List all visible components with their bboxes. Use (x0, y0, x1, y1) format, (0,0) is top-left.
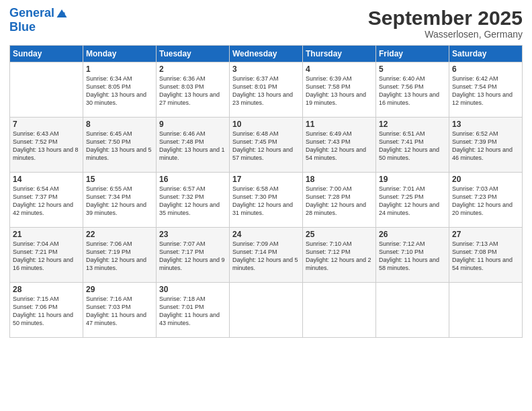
month-title: September 2025 (368, 7, 523, 29)
day-number: 20 (452, 175, 519, 184)
calendar-cell: 2Sunrise: 6:36 AMSunset: 8:03 PMDaylight… (157, 62, 230, 118)
cell-content: Sunrise: 6:51 AMSunset: 7:41 PMDaylight:… (379, 130, 446, 163)
day-number: 9 (159, 120, 226, 129)
calendar-cell: 14Sunrise: 6:54 AMSunset: 7:37 PMDayligh… (10, 173, 83, 228)
calendar-cell: 11Sunrise: 6:49 AMSunset: 7:43 PMDayligh… (303, 118, 376, 173)
day-number: 5 (379, 64, 446, 74)
cell-content: Sunrise: 6:37 AMSunset: 8:01 PMDaylight:… (232, 75, 300, 107)
day-number: 27 (452, 230, 519, 239)
day-number: 12 (379, 120, 446, 129)
cell-content: Sunrise: 6:46 AMSunset: 7:48 PMDaylight:… (159, 130, 226, 163)
calendar-cell (376, 283, 449, 338)
header-cell-monday: Monday (83, 46, 157, 62)
cell-content: Sunrise: 6:52 AMSunset: 7:39 PMDaylight:… (452, 130, 519, 163)
calendar-cell: 24Sunrise: 7:09 AMSunset: 7:14 PMDayligh… (230, 228, 303, 283)
location-title: Wasserlosen, Germany (368, 29, 523, 40)
day-number: 10 (232, 120, 300, 129)
calendar-row: 21Sunrise: 7:04 AMSunset: 7:21 PMDayligh… (10, 228, 523, 283)
cell-content: Sunrise: 6:40 AMSunset: 7:56 PMDaylight:… (379, 75, 446, 107)
calendar-cell: 30Sunrise: 7:18 AMSunset: 7:01 PMDayligh… (157, 283, 230, 338)
cell-content: Sunrise: 7:09 AMSunset: 7:14 PMDaylight:… (232, 240, 300, 273)
day-number: 15 (86, 175, 153, 184)
cell-content: Sunrise: 6:36 AMSunset: 8:03 PMDaylight:… (159, 75, 226, 107)
calendar-row: 7Sunrise: 6:43 AMSunset: 7:52 PMDaylight… (10, 118, 523, 173)
calendar-cell (449, 283, 523, 338)
day-number: 26 (379, 230, 446, 239)
calendar-cell: 9Sunrise: 6:46 AMSunset: 7:48 PMDaylight… (157, 118, 230, 173)
cell-content: Sunrise: 6:49 AMSunset: 7:43 PMDaylight:… (306, 130, 373, 163)
cell-content: Sunrise: 7:04 AMSunset: 7:21 PMDaylight:… (13, 240, 80, 273)
calendar-row: 28Sunrise: 7:15 AMSunset: 7:06 PMDayligh… (10, 283, 523, 338)
calendar-cell: 1Sunrise: 6:34 AMSunset: 8:05 PMDaylight… (83, 62, 157, 118)
day-number: 6 (452, 64, 519, 74)
cell-content: Sunrise: 6:39 AMSunset: 7:58 PMDaylight:… (306, 75, 373, 107)
header-cell-tuesday: Tuesday (157, 46, 230, 62)
cell-content: Sunrise: 7:18 AMSunset: 7:01 PMDaylight:… (159, 295, 226, 328)
day-number: 3 (232, 64, 300, 74)
day-number: 25 (306, 230, 373, 239)
calendar-cell: 20Sunrise: 7:03 AMSunset: 7:23 PMDayligh… (449, 173, 523, 228)
day-number: 29 (86, 285, 153, 294)
cell-content: Sunrise: 7:16 AMSunset: 7:03 PMDaylight:… (86, 295, 153, 328)
title-area: September 2025 Wasserlosen, Germany (368, 7, 523, 40)
cell-content: Sunrise: 6:34 AMSunset: 8:05 PMDaylight:… (86, 75, 153, 107)
day-number: 30 (159, 285, 226, 294)
header-cell-saturday: Saturday (449, 46, 523, 62)
calendar-cell: 27Sunrise: 7:13 AMSunset: 7:08 PMDayligh… (449, 228, 523, 283)
calendar-cell: 22Sunrise: 7:06 AMSunset: 7:19 PMDayligh… (83, 228, 157, 283)
day-number: 2 (159, 64, 226, 74)
cell-content: Sunrise: 7:06 AMSunset: 7:19 PMDaylight:… (86, 240, 153, 273)
day-number: 23 (159, 230, 226, 239)
calendar-cell: 12Sunrise: 6:51 AMSunset: 7:41 PMDayligh… (376, 118, 449, 173)
calendar-cell: 18Sunrise: 7:00 AMSunset: 7:28 PMDayligh… (303, 173, 376, 228)
calendar-row: 14Sunrise: 6:54 AMSunset: 7:37 PMDayligh… (10, 173, 523, 228)
day-number: 7 (13, 120, 80, 129)
calendar-cell: 13Sunrise: 6:52 AMSunset: 7:39 PMDayligh… (449, 118, 523, 173)
header: General Blue September 2025 Wasserlosen,… (9, 7, 523, 40)
calendar-cell: 4Sunrise: 6:39 AMSunset: 7:58 PMDaylight… (303, 62, 376, 118)
calendar-cell (303, 283, 376, 338)
day-number: 16 (159, 175, 226, 184)
logo-icon (56, 7, 68, 19)
day-number: 28 (13, 285, 80, 294)
day-number: 19 (379, 175, 446, 184)
day-number: 18 (306, 175, 373, 184)
calendar-cell: 7Sunrise: 6:43 AMSunset: 7:52 PMDaylight… (10, 118, 83, 173)
page: General Blue September 2025 Wasserlosen,… (0, 0, 532, 411)
calendar-cell: 3Sunrise: 6:37 AMSunset: 8:01 PMDaylight… (230, 62, 303, 118)
day-number: 24 (232, 230, 300, 239)
calendar-cell (10, 62, 83, 118)
cell-content: Sunrise: 7:03 AMSunset: 7:23 PMDaylight:… (452, 185, 519, 218)
cell-content: Sunrise: 6:57 AMSunset: 7:32 PMDaylight:… (159, 185, 226, 218)
day-number: 22 (86, 230, 153, 239)
calendar-cell (230, 283, 303, 338)
calendar-cell: 10Sunrise: 6:48 AMSunset: 7:45 PMDayligh… (230, 118, 303, 173)
cell-content: Sunrise: 6:42 AMSunset: 7:54 PMDaylight:… (452, 75, 519, 107)
cell-content: Sunrise: 7:12 AMSunset: 7:10 PMDaylight:… (379, 240, 446, 273)
calendar-cell: 23Sunrise: 7:07 AMSunset: 7:17 PMDayligh… (157, 228, 230, 283)
cell-content: Sunrise: 7:13 AMSunset: 7:08 PMDaylight:… (452, 240, 519, 273)
day-number: 4 (306, 64, 373, 74)
cell-content: Sunrise: 7:10 AMSunset: 7:12 PMDaylight:… (306, 240, 373, 273)
cell-content: Sunrise: 6:55 AMSunset: 7:34 PMDaylight:… (86, 185, 153, 218)
cell-content: Sunrise: 6:43 AMSunset: 7:52 PMDaylight:… (13, 130, 80, 163)
cell-content: Sunrise: 7:00 AMSunset: 7:28 PMDaylight:… (306, 185, 373, 218)
logo-text: General (9, 7, 54, 20)
day-number: 14 (13, 175, 80, 184)
cell-content: Sunrise: 6:54 AMSunset: 7:37 PMDaylight:… (13, 185, 80, 218)
day-number: 1 (86, 64, 153, 74)
calendar-cell: 25Sunrise: 7:10 AMSunset: 7:12 PMDayligh… (303, 228, 376, 283)
calendar-cell: 15Sunrise: 6:55 AMSunset: 7:34 PMDayligh… (83, 173, 157, 228)
header-cell-friday: Friday (376, 46, 449, 62)
svg-rect-0 (61, 12, 65, 17)
cell-content: Sunrise: 6:48 AMSunset: 7:45 PMDaylight:… (232, 130, 300, 163)
day-number: 21 (13, 230, 80, 239)
cell-content: Sunrise: 6:58 AMSunset: 7:30 PMDaylight:… (232, 185, 300, 218)
calendar-cell: 17Sunrise: 6:58 AMSunset: 7:30 PMDayligh… (230, 173, 303, 228)
calendar-cell: 8Sunrise: 6:45 AMSunset: 7:50 PMDaylight… (83, 118, 157, 173)
day-number: 17 (232, 175, 300, 184)
calendar-cell: 19Sunrise: 7:01 AMSunset: 7:25 PMDayligh… (376, 173, 449, 228)
cell-content: Sunrise: 7:07 AMSunset: 7:17 PMDaylight:… (159, 240, 226, 273)
calendar-cell: 29Sunrise: 7:16 AMSunset: 7:03 PMDayligh… (83, 283, 157, 338)
calendar-table: SundayMondayTuesdayWednesdayThursdayFrid… (9, 45, 523, 338)
